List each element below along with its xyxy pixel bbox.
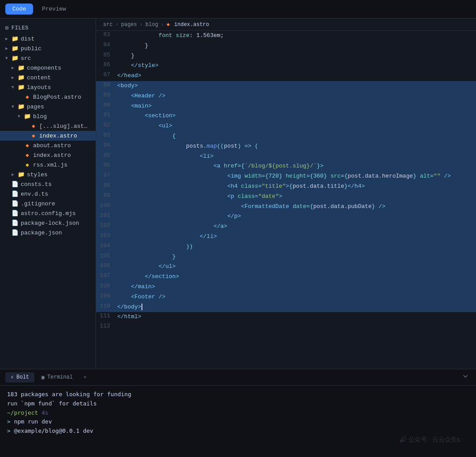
sidebar-item-packagelock[interactable]: 📄 package-lock.json — [0, 218, 96, 228]
code-line-111: 111 </html> — [96, 312, 476, 322]
caret-icon: ▼ — [11, 85, 18, 90]
line-number: 83 — [96, 31, 117, 41]
tab-terminal[interactable]: ▣ Terminal — [36, 372, 78, 383]
astro-file-icon: ◆ — [24, 152, 31, 159]
terminal-content: 183 packages are looking for funding run… — [0, 386, 476, 457]
sidebar-item-label: [...slug].astro — [39, 123, 90, 130]
file-sidebar: ⊞ Files ▶ 📁 dist ▶ 📁 public ▼ 📁 src ▶ 📁 … — [0, 19, 96, 369]
main-area: ⊞ Files ▶ 📁 dist ▶ 📁 public ▼ 📁 src ▶ 📁 … — [0, 19, 476, 369]
breadcrumb: src › pages › blog › ◆ index.astro — [96, 19, 476, 31]
code-line-83: 83 font size: 1.563em; — [96, 31, 476, 41]
tab-bolt[interactable]: ⚡ Bolt — [5, 372, 34, 383]
line-content: </a> — [117, 222, 476, 232]
sidebar-item-public[interactable]: ▶ 📁 public — [0, 44, 96, 53]
code-line-105: 105 } — [96, 252, 476, 262]
code-line-91: 91 <section> — [96, 111, 476, 121]
sidebar-item-astroconfig[interactable]: 📄 astro.config.mjs — [0, 208, 96, 218]
code-line-87: 87 </head> — [96, 71, 476, 81]
sidebar-item-gitignore[interactable]: 📄 .gitignore — [0, 199, 96, 208]
breadcrumb-pages: pages — [121, 22, 137, 28]
caret-icon: ▶ — [11, 172, 18, 177]
sidebar-item-src[interactable]: ▼ 📁 src — [0, 53, 96, 63]
astro-file-icon: ◆ — [24, 93, 31, 100]
watermark-container: 🔊 公众号 · 云云众生s — [7, 436, 469, 449]
line-content: { — [117, 131, 476, 141]
collapse-button[interactable] — [460, 371, 471, 383]
file-icon: 📄 — [11, 200, 19, 207]
sidebar-item-env[interactable]: 📄 env.d.ts — [0, 189, 96, 199]
sidebar-item-styles[interactable]: ▶ 📁 styles — [0, 170, 96, 179]
add-tab-button[interactable]: + — [80, 372, 90, 383]
sidebar-item-index-pages[interactable]: ◆ index.astro — [0, 150, 96, 160]
sidebar-item-package[interactable]: 📄 package.json — [0, 228, 96, 238]
line-content: <ul> — [117, 121, 476, 131]
folder-icon: 📁 — [18, 171, 25, 178]
line-number: 97 — [96, 171, 117, 182]
folder-icon: 📁 — [11, 35, 19, 42]
code-editor[interactable]: 83 font size: 1.563em; 84 } 85 } 86 </st… — [96, 31, 476, 369]
file-icon: 📄 — [11, 229, 19, 236]
sidebar-item-label: index.astro — [39, 133, 90, 139]
tab-preview[interactable]: Preview — [35, 4, 73, 15]
file-icon: 📄 — [11, 219, 19, 227]
sidebar-item-label: public — [21, 45, 90, 52]
sidebar-item-label: about.astro — [33, 142, 90, 149]
caret-icon: ▼ — [11, 104, 18, 109]
breadcrumb-sep: › — [140, 22, 143, 28]
sidebar-item-slug[interactable]: ◆ [...slug].astro — [0, 121, 96, 131]
sidebar-item-content[interactable]: ▶ 📁 content — [0, 73, 96, 82]
code-line-89: 89 <Header /> — [96, 91, 476, 101]
line-content: <main> — [117, 101, 476, 111]
code-line-88: 88 <body> — [96, 81, 476, 91]
code-line-99: 99 <p class="date"> — [96, 192, 476, 202]
line-number: 99 — [96, 192, 117, 202]
line-number: 106 — [96, 262, 117, 272]
line-content: <Footer /> — [117, 292, 476, 302]
sidebar-header: ⊞ Files — [0, 22, 96, 34]
line-number: 111 — [96, 312, 117, 322]
sidebar-item-index-blog[interactable]: ◆ index.astro — [0, 131, 96, 141]
line-content: </style> — [117, 61, 476, 71]
sidebar-item-blog[interactable]: ▼ 📁 blog — [0, 111, 96, 121]
sidebar-item-rss[interactable]: ◆ rss.xml.js — [0, 160, 96, 170]
sidebar-item-layouts[interactable]: ▼ 📁 layouts — [0, 82, 96, 92]
line-content: <p class="date"> — [117, 192, 476, 202]
caret-icon: ▼ — [18, 114, 24, 119]
sidebar-item-components[interactable]: ▶ 📁 components — [0, 63, 96, 73]
breadcrumb-current: index.astro — [174, 22, 209, 28]
line-number: 93 — [96, 131, 117, 141]
caret-icon: ▶ — [11, 65, 18, 71]
code-line-108: 108 </main> — [96, 282, 476, 292]
line-content: <section> — [117, 111, 476, 121]
line-number: 102 — [96, 222, 117, 232]
sidebar-item-blogpost[interactable]: ◆ BlogPost.astro — [0, 92, 96, 102]
sidebar-header-label: Files — [11, 25, 29, 31]
sidebar-item-label: blog — [33, 113, 90, 120]
line-content: )) — [117, 242, 476, 252]
breadcrumb-sep: › — [115, 22, 119, 28]
terminal-cmd: npm run dev — [14, 418, 52, 425]
code-line-104: 104 )) — [96, 242, 476, 252]
terminal-prompt: ~/project — [7, 409, 38, 416]
line-number: 89 — [96, 91, 117, 101]
caret-icon: ▶ — [11, 75, 18, 80]
code-line-101: 101 </p> — [96, 212, 476, 222]
sidebar-item-label: BlogPost.astro — [33, 94, 90, 100]
breadcrumb-blog: blog — [145, 22, 158, 28]
astro-file-icon: ◆ — [30, 123, 37, 130]
line-number: 112 — [96, 322, 117, 332]
tab-code[interactable]: Code — [5, 4, 33, 15]
terminal-line: run `npm fund` for details — [7, 399, 469, 409]
sidebar-item-dist[interactable]: ▶ 📁 dist — [0, 34, 96, 44]
line-number: 86 — [96, 61, 117, 71]
top-tab-bar: Code Preview — [0, 0, 476, 19]
sidebar-item-consts[interactable]: 📄 consts.ts — [0, 179, 96, 189]
line-number: 110 — [96, 302, 117, 312]
sidebar-item-label: astro.config.mjs — [21, 210, 90, 217]
files-icon: ⊞ — [5, 25, 9, 31]
code-line-107: 107 </section> — [96, 272, 476, 282]
sidebar-item-label: env.d.ts — [21, 191, 90, 197]
sidebar-item-about[interactable]: ◆ about.astro — [0, 141, 96, 150]
sidebar-item-label: content — [27, 74, 90, 81]
sidebar-item-pages[interactable]: ▼ 📁 pages — [0, 102, 96, 111]
